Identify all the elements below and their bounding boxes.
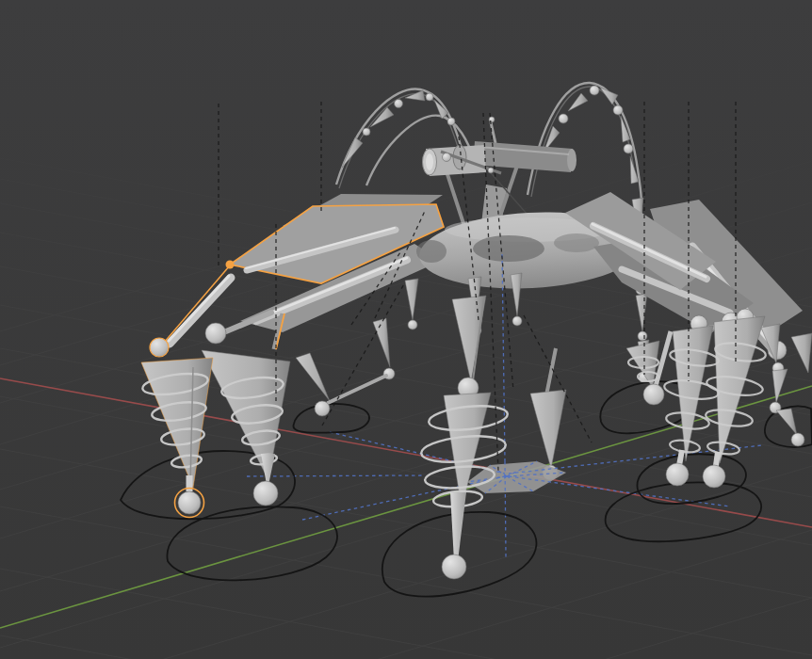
cylinder-end-cap xyxy=(567,149,577,171)
arc-joint-ball[interactable] xyxy=(613,105,623,115)
viewport-canvas[interactable] xyxy=(0,0,812,659)
cylinder-cap-core xyxy=(426,153,433,170)
foot-ball[interactable] xyxy=(703,465,725,488)
hanging-ball[interactable] xyxy=(512,316,522,326)
torso-opening xyxy=(416,240,447,263)
selected-foot-ball[interactable] xyxy=(178,491,201,514)
arc-joint-ball[interactable] xyxy=(363,128,370,136)
torso-hole xyxy=(473,235,544,262)
rod-ball[interactable] xyxy=(443,153,451,162)
selected-elbow-ball[interactable] xyxy=(150,338,169,357)
arc-joint-ball[interactable] xyxy=(590,86,599,95)
hanging-ball[interactable] xyxy=(408,320,417,330)
torso-hole xyxy=(554,233,599,252)
selected-bone-origin-dot[interactable] xyxy=(226,261,235,269)
foot-ball[interactable] xyxy=(442,555,466,579)
arc-joint-ball[interactable] xyxy=(559,114,568,123)
arc-joint-ball[interactable] xyxy=(624,144,633,153)
foot-ball[interactable] xyxy=(643,384,664,405)
blender-3d-viewport[interactable] xyxy=(0,0,812,659)
arc-joint-ball[interactable] xyxy=(447,118,455,125)
foot-ball[interactable] xyxy=(315,401,330,416)
foot-ball[interactable] xyxy=(253,481,278,506)
chain-joint-ball[interactable] xyxy=(638,331,647,341)
arc-joint-ball[interactable] xyxy=(395,100,403,108)
rod-ball[interactable] xyxy=(488,168,494,173)
foot-ball[interactable] xyxy=(666,463,689,486)
knee-ball-joint[interactable] xyxy=(205,323,226,344)
arc-joint-ball[interactable] xyxy=(426,93,433,101)
pin-ball[interactable] xyxy=(489,117,495,122)
chain-joint-ball[interactable] xyxy=(791,433,804,446)
